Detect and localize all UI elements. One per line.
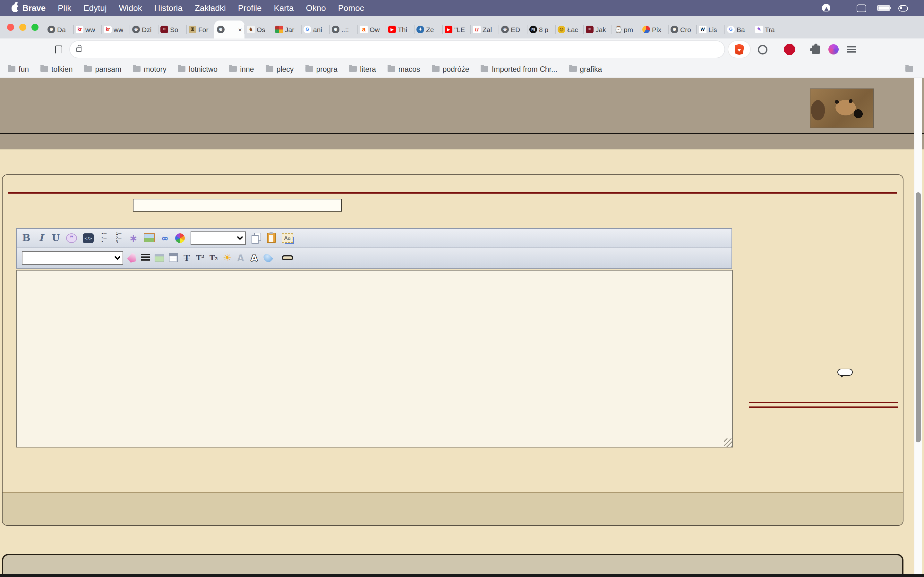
menubar-item[interactable]: Zakładki bbox=[195, 3, 226, 13]
bookmark-icon[interactable] bbox=[55, 45, 62, 53]
italic-icon[interactable]: I bbox=[37, 232, 45, 243]
quote-icon[interactable]: ❞ bbox=[66, 233, 77, 243]
apple-icon[interactable] bbox=[11, 4, 19, 12]
page-scrollbar[interactable] bbox=[914, 78, 922, 574]
browser-tab[interactable]: ⌚ pm bbox=[612, 21, 640, 39]
bookmark-folder[interactable]: podróże bbox=[432, 65, 469, 73]
copy-icon[interactable] bbox=[252, 233, 261, 243]
title-input[interactable] bbox=[133, 199, 342, 211]
table-icon[interactable] bbox=[155, 253, 164, 262]
user-switch-icon[interactable] bbox=[898, 5, 908, 11]
asterisk-icon[interactable]: ∗ bbox=[129, 232, 138, 244]
bold-icon[interactable]: B bbox=[22, 232, 31, 243]
user-avatar[interactable] bbox=[810, 89, 874, 128]
browser-tab[interactable]: ▶ "LE bbox=[442, 21, 470, 39]
browser-tab[interactable]: ⊕ Dzi bbox=[129, 21, 158, 39]
bookmark-folder[interactable]: plecy bbox=[266, 65, 294, 73]
browser-tab[interactable]: ⊕ × bbox=[214, 21, 244, 39]
menubar-item[interactable]: Historia bbox=[154, 3, 183, 13]
menubar-item[interactable]: Karta bbox=[274, 3, 294, 13]
menubar-item[interactable]: Widok bbox=[119, 3, 142, 13]
justify-icon[interactable] bbox=[141, 253, 150, 262]
bookmark-folder[interactable]: inne bbox=[229, 65, 254, 73]
bookmark-folder[interactable]: grafika bbox=[569, 65, 602, 73]
url-bar[interactable] bbox=[70, 41, 724, 58]
code-icon[interactable]: </> bbox=[83, 233, 94, 243]
menubar-item[interactable]: Edytuj bbox=[83, 3, 107, 13]
adblock-plus-icon[interactable] bbox=[784, 44, 795, 55]
browser-tab[interactable]: ◎ Łac bbox=[555, 21, 583, 39]
outline-text-icon[interactable]: A bbox=[250, 253, 258, 263]
menubar-item[interactable]: Brave bbox=[23, 3, 45, 13]
nordvpn-icon[interactable] bbox=[822, 4, 830, 12]
menubar-item[interactable]: Profile bbox=[238, 3, 262, 13]
format-select[interactable] bbox=[191, 231, 246, 245]
bookmark-folder[interactable]: fun bbox=[8, 65, 29, 73]
bookmark-folder[interactable]: motory bbox=[133, 65, 166, 73]
password-manager-icon[interactable] bbox=[758, 45, 767, 54]
paste-icon[interactable] bbox=[267, 233, 276, 243]
extensions-puzzle-icon[interactable] bbox=[812, 45, 820, 53]
brave-shields-button[interactable] bbox=[728, 41, 750, 58]
glow-text-icon[interactable]: A bbox=[236, 253, 245, 263]
strikethrough-icon[interactable]: T bbox=[182, 253, 191, 263]
textarea-resize-handle[interactable] bbox=[724, 438, 732, 447]
image-icon[interactable] bbox=[144, 234, 155, 242]
browser-tab[interactable]: u Zal bbox=[470, 21, 499, 39]
mail-icon[interactable] bbox=[857, 4, 866, 12]
subscript-icon[interactable]: T₂ bbox=[209, 253, 218, 262]
close-window-button[interactable] bbox=[7, 24, 14, 31]
menubar-item[interactable]: Pomoc bbox=[338, 3, 364, 13]
browser-tab[interactable]: ⊕ Cro bbox=[668, 21, 696, 39]
tab-close-icon[interactable]: × bbox=[238, 26, 242, 33]
zoom-window-button[interactable] bbox=[31, 24, 39, 31]
browser-tab[interactable]: ♜ For bbox=[186, 21, 214, 39]
font-select[interactable] bbox=[22, 251, 123, 264]
browser-tab[interactable]: Jar bbox=[273, 21, 301, 39]
browser-tab[interactable]: Pix bbox=[640, 21, 668, 39]
browser-tab[interactable]: ⊕ Da bbox=[45, 21, 73, 39]
minimize-window-button[interactable] bbox=[19, 24, 26, 31]
underline-icon[interactable]: U bbox=[51, 233, 60, 243]
bookmark-folder[interactable]: Imported from Chr... bbox=[481, 65, 557, 73]
browser-tab[interactable]: ✎ Tra bbox=[753, 21, 781, 39]
sun-icon[interactable]: ☀ bbox=[223, 252, 232, 263]
browser-tab[interactable]: ♞ Os bbox=[244, 21, 273, 39]
browser-tab[interactable]: a Ow bbox=[357, 21, 386, 39]
message-textarea[interactable] bbox=[16, 270, 733, 448]
browser-tab[interactable]: ≈ So bbox=[158, 21, 186, 39]
browser-tab[interactable]: W Lis bbox=[696, 21, 724, 39]
browser-tab[interactable]: F5 8 p bbox=[527, 21, 555, 39]
superscript-icon[interactable]: T² bbox=[196, 253, 205, 262]
bookmark-folder[interactable]: macos bbox=[388, 65, 420, 73]
browser-tab[interactable]: kr ww bbox=[73, 21, 102, 39]
link-icon[interactable]: ∞ bbox=[160, 233, 170, 243]
bookmark-folder[interactable]: progra bbox=[305, 65, 338, 73]
color-wheel-icon[interactable] bbox=[175, 233, 185, 243]
browser-tab[interactable]: ✦ Ze bbox=[414, 21, 442, 39]
new-tab-button[interactable] bbox=[781, 21, 798, 39]
menubar-item[interactable]: Plik bbox=[58, 3, 71, 13]
browser-tab[interactable]: ≈ Jak bbox=[583, 21, 612, 39]
browser-tab[interactable]: G ani bbox=[301, 21, 329, 39]
battery-status[interactable] bbox=[875, 5, 890, 11]
page-columns-icon[interactable] bbox=[169, 253, 178, 262]
translate-icon[interactable]: Aa bbox=[282, 233, 293, 243]
bookmark-folder[interactable]: tolkien bbox=[40, 65, 73, 73]
scrollbar-thumb[interactable] bbox=[916, 192, 921, 442]
bookmark-folder[interactable]: litera bbox=[349, 65, 376, 73]
other-bookmarks[interactable] bbox=[905, 66, 916, 72]
highlighter-icon[interactable] bbox=[126, 251, 138, 263]
browser-tab[interactable]: kr ww bbox=[102, 21, 129, 39]
water-drop-icon[interactable] bbox=[262, 252, 273, 263]
profile-avatar[interactable] bbox=[829, 44, 838, 55]
bookmark-folder[interactable]: pansam bbox=[84, 65, 121, 73]
browser-tab[interactable]: ▶ Thi bbox=[386, 21, 414, 39]
menu-hamburger-icon[interactable] bbox=[847, 46, 856, 53]
browser-tab[interactable]: ⊕ ..:: bbox=[329, 21, 357, 39]
indent-button[interactable] bbox=[282, 255, 293, 260]
browser-tab[interactable]: G Ba bbox=[724, 21, 753, 39]
browser-tab[interactable]: ⊕ ED bbox=[499, 21, 527, 39]
bookmark-folder[interactable]: lotnictwo bbox=[178, 65, 218, 73]
menubar-item[interactable]: Okno bbox=[306, 3, 326, 13]
